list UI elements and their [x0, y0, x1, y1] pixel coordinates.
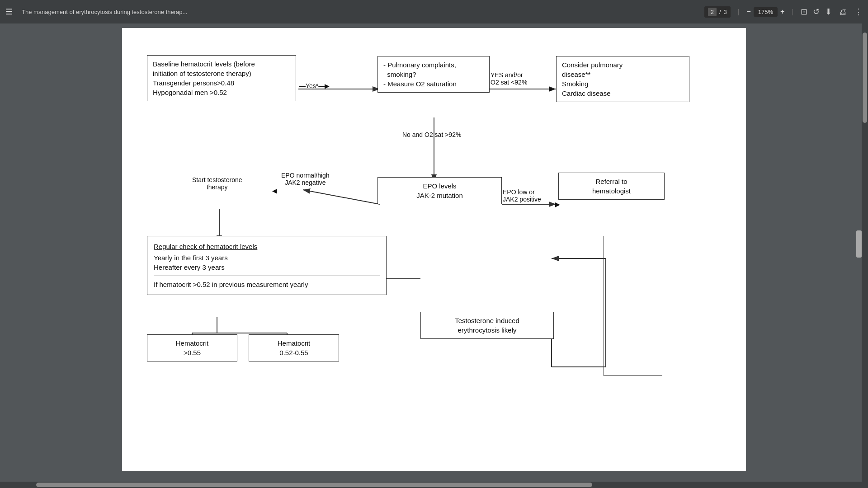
history-button[interactable]: ↺	[813, 7, 820, 17]
epo-normal-label: EPO normal/highJAK2 negative	[281, 172, 330, 186]
page-separator: /	[719, 9, 721, 15]
referral-text: Referral tohematologist	[592, 178, 631, 195]
epo-text: EPO levelsJAK-2 mutation	[416, 182, 463, 199]
separator2: |	[792, 8, 793, 15]
more-options-button[interactable]: ⋮	[854, 7, 863, 17]
horizontal-scrollbar[interactable]	[0, 482, 868, 488]
zoom-control: − 175% +	[746, 7, 784, 17]
page-current[interactable]: 2	[708, 8, 717, 16]
right-return-line	[604, 236, 662, 376]
yes-label: —Yes*—▶	[299, 82, 330, 89]
zoom-out-button[interactable]: −	[746, 8, 750, 16]
hematocrit-mid-box: Hematocrit0.52-0.55	[249, 334, 339, 361]
download-button[interactable]: ⬇	[825, 7, 832, 17]
start-tt-label: Start testosteronetherapy	[192, 176, 242, 191]
right-panel-tab[interactable]	[856, 230, 862, 258]
document-title: The management of erythrocytosis during …	[22, 9, 699, 15]
referral-box: Referral tohematologist	[558, 173, 665, 200]
regular-check-line4: If hematocrit >0.52 in previous measurem…	[154, 280, 380, 289]
epo-low-arrow: ▶	[555, 201, 560, 208]
page-total: 3	[724, 9, 727, 15]
regular-check-line3: Hereafter every 3 years	[154, 263, 380, 272]
separator: |	[738, 8, 740, 15]
yes-o2-arrow: ▶	[549, 85, 554, 92]
baseline-hematocrit-text: Baseline hematocrit levels (beforeinitia…	[153, 60, 255, 96]
pdf-page: Baseline hematocrit levels (beforeinitia…	[122, 28, 746, 471]
no-o2-label: No and O2 sat >92%	[402, 131, 461, 138]
epo-normal-arrow: ◀	[272, 187, 277, 194]
consider-pulmonary-text: Consider pulmonarydisease**SmokingCardia…	[562, 61, 623, 97]
menu-icon[interactable]: ☰	[5, 7, 13, 17]
print-button[interactable]: 🖨	[839, 7, 847, 17]
testosterone-induced-box: Testosterone inducederythrocytosis likel…	[420, 312, 554, 339]
fit-page-button[interactable]: ⊡	[801, 7, 807, 17]
vscrollbar-thumb[interactable]	[863, 33, 867, 123]
yes-o2-label: YES and/orO2 sat <92%	[491, 71, 527, 86]
zoom-level[interactable]: 175%	[754, 7, 778, 17]
pulmonary-box: - Pulmonary complaints, smoking?- Measur…	[377, 56, 490, 93]
regular-check-line2: Yearly in the first 3 years	[154, 253, 380, 263]
zoom-in-button[interactable]: +	[780, 8, 784, 16]
scrollbar-thumb[interactable]	[36, 483, 592, 487]
pulmonary-text: - Pulmonary complaints, smoking?- Measur…	[383, 61, 457, 88]
hematocrit-high-text: Hematocrit>0.55	[176, 339, 209, 357]
page-navigation: 2 / 3	[704, 6, 731, 18]
regular-check-box: Regular check of hematocrit levels Yearl…	[147, 236, 387, 295]
hematocrit-mid-text: Hematocrit0.52-0.55	[278, 339, 311, 357]
epo-low-label: EPO low orJAK2 positive	[503, 188, 541, 203]
main-content: Baseline hematocrit levels (beforeinitia…	[0, 23, 868, 488]
regular-check-line1: Regular check of hematocrit levels	[154, 242, 380, 251]
svg-line-5	[303, 190, 380, 204]
baseline-hematocrit-box: Baseline hematocrit levels (beforeinitia…	[147, 55, 296, 101]
hematocrit-high-box: Hematocrit>0.55	[147, 334, 237, 361]
testosterone-induced-text: Testosterone inducederythrocytosis likel…	[455, 317, 519, 334]
consider-pulmonary-box: Consider pulmonarydisease**SmokingCardia…	[556, 56, 689, 102]
vertical-scrollbar[interactable]	[862, 23, 868, 482]
epo-box: EPO levelsJAK-2 mutation	[377, 177, 502, 204]
